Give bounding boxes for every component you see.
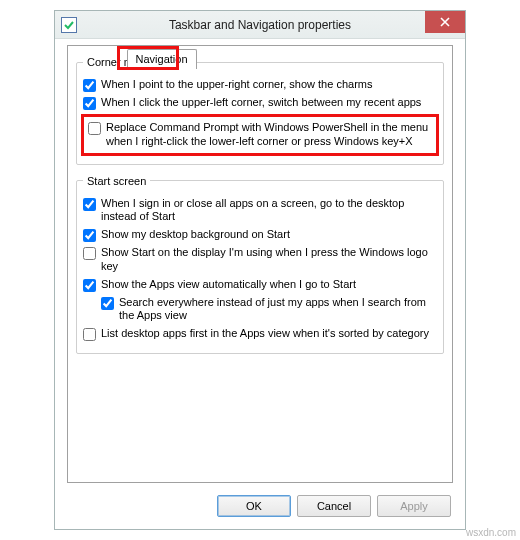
checkbox-switch-apps-label: When I click the upper-left corner, swit… [101,96,437,110]
checkbox-apps-view[interactable] [83,279,96,292]
checkbox-search-everywhere-label: Search everywhere instead of just my app… [119,296,437,324]
checkbox-powershell-label: Replace Command Prompt with Windows Powe… [106,121,432,149]
checkbox-start-display-label: Show Start on the display I'm using when… [101,246,437,274]
window-title: Taskbar and Navigation properties [85,18,465,32]
checkbox-go-desktop-label: When I sign in or close all apps on a sc… [101,197,437,225]
checkbox-row-desktop-bg[interactable]: Show my desktop background on Start [83,228,437,242]
watermark: wsxdn.com [466,527,516,538]
dialog-buttons: OK Cancel Apply [217,495,451,517]
checkbox-list-desktop-first-label: List desktop apps first in the Apps view… [101,327,437,341]
checkbox-desktop-bg[interactable] [83,229,96,242]
checkbox-switch-apps[interactable] [83,97,96,110]
checkbox-start-display[interactable] [83,247,96,260]
highlight-powershell-option: Replace Command Prompt with Windows Powe… [81,114,439,156]
checkbox-row-powershell[interactable]: Replace Command Prompt with Windows Powe… [88,121,432,149]
checkbox-charms[interactable] [83,79,96,92]
tab-panel-navigation: Corner navigation When I point to the up… [67,45,453,483]
titlebar: Taskbar and Navigation properties [55,11,465,39]
checkbox-go-desktop[interactable] [83,198,96,211]
checkbox-charms-label: When I point to the upper-right corner, … [101,78,437,92]
apply-button[interactable]: Apply [377,495,451,517]
checkbox-row-switch-apps[interactable]: When I click the upper-left corner, swit… [83,96,437,110]
tab-navigation[interactable]: Navigation [127,49,197,69]
close-button[interactable] [425,11,465,33]
close-icon [440,17,450,27]
checkbox-desktop-bg-label: Show my desktop background on Start [101,228,437,242]
checkbox-row-start-display[interactable]: Show Start on the display I'm using when… [83,246,437,274]
app-icon [61,17,77,33]
group-start-screen: Start screen When I sign in or close all… [76,175,444,355]
ok-button[interactable]: OK [217,495,291,517]
checkbox-row-go-desktop[interactable]: When I sign in or close all apps on a sc… [83,197,437,225]
checkbox-search-everywhere[interactable] [101,297,114,310]
checkbox-row-apps-view[interactable]: Show the Apps view automatically when I … [83,278,437,292]
checkbox-row-search-everywhere[interactable]: Search everywhere instead of just my app… [83,296,437,324]
checkbox-list-desktop-first[interactable] [83,328,96,341]
cancel-button[interactable]: Cancel [297,495,371,517]
checkbox-powershell[interactable] [88,122,101,135]
group-start-screen-legend: Start screen [83,175,150,187]
checkbox-row-charms[interactable]: When I point to the upper-right corner, … [83,78,437,92]
group-corner-navigation: Corner navigation When I point to the up… [76,56,444,165]
checkbox-row-list-desktop-first[interactable]: List desktop apps first in the Apps view… [83,327,437,341]
checkbox-apps-view-label: Show the Apps view automatically when I … [101,278,437,292]
properties-window: Taskbar and Navigation properties Taskba… [54,10,466,530]
